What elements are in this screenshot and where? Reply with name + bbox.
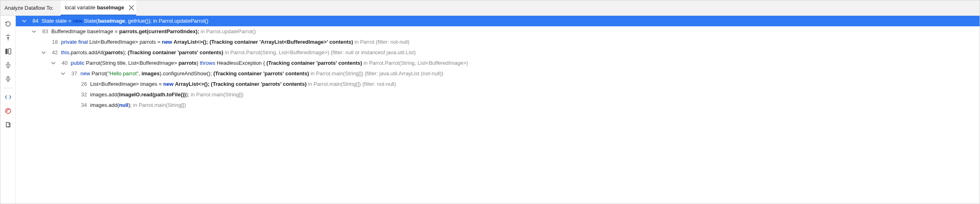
code-text: List<BufferedImage> images = new ArrayLi… <box>90 79 396 89</box>
export-icon[interactable] <box>2 119 14 130</box>
tab-prefix: local variable <box>65 4 97 11</box>
rerun-icon[interactable] <box>2 18 14 30</box>
svg-rect-0 <box>5 49 8 54</box>
line-number: 37 <box>67 68 77 79</box>
tab-variable-name: baseImage <box>97 4 124 11</box>
line-number: 32 <box>76 89 87 100</box>
line-number: 40 <box>57 58 68 68</box>
stop-icon[interactable] <box>2 105 14 117</box>
dataflow-tree[interactable]: 84State state = new State(baseImage, get… <box>16 16 980 204</box>
code-text: private final List<BufferedImage> parrot… <box>61 37 410 47</box>
chevron-down-icon[interactable] <box>60 71 66 76</box>
code-text: public Parrot(String title, List<Buffere… <box>71 58 468 68</box>
tree-row[interactable]: 42this.parrots.addAll(parrots); (Trackin… <box>16 47 980 58</box>
code-text: images.add(null); in Parrot.main(String[… <box>90 100 186 110</box>
caret-spacer <box>70 92 76 98</box>
line-number: 34 <box>76 100 87 110</box>
layout-icon[interactable] <box>2 46 14 57</box>
tree-row[interactable]: 34images.add(null); in Parrot.main(Strin… <box>16 100 980 110</box>
line-number: 42 <box>47 47 58 58</box>
group-by-leaf-icon[interactable] <box>2 32 14 43</box>
collapse-all-icon[interactable] <box>2 73 14 85</box>
tree-row[interactable]: 26List<BufferedImage> images = new Array… <box>16 79 980 89</box>
expand-all-icon[interactable] <box>2 60 14 71</box>
code-text: State state = new State(baseImage, getHu… <box>42 16 208 26</box>
svg-point-2 <box>5 108 10 113</box>
tree-row[interactable]: 37new Parrot("Hello parrot", images).con… <box>16 68 980 79</box>
line-number: 83 <box>38 26 48 37</box>
line-number: 18 <box>47 37 58 47</box>
tree-row[interactable]: 40public Parrot(String title, List<Buffe… <box>16 58 980 68</box>
line-number: 26 <box>76 79 87 89</box>
caret-spacer <box>70 81 76 87</box>
dataflow-tab[interactable]: local variable baseImage <box>61 0 136 16</box>
panel-title: Analyze Dataflow To: <box>4 5 53 11</box>
tree-row[interactable]: 83BufferedImage baseImage = parrots.get(… <box>16 26 980 37</box>
tree-row[interactable]: 18private final List<BufferedImage> parr… <box>16 37 980 47</box>
svg-rect-1 <box>8 49 11 54</box>
side-toolbar <box>0 16 16 204</box>
chevron-down-icon[interactable] <box>21 18 27 24</box>
chevron-down-icon[interactable] <box>41 50 46 55</box>
chevron-down-icon[interactable] <box>51 60 56 66</box>
caret-spacer <box>41 39 46 45</box>
toolbar-separator <box>4 88 13 88</box>
panel-header: Analyze Dataflow To: local variable base… <box>0 0 980 16</box>
close-icon[interactable] <box>128 4 135 11</box>
code-text: images.add(ImageIO.read(path.toFile()));… <box>90 89 243 100</box>
tree-row[interactable]: 32images.add(ImageIO.read(path.toFile())… <box>16 89 980 100</box>
code-text: BufferedImage baseImage = parrots.get(cu… <box>51 26 256 37</box>
code-text: new Parrot("Hello parrot", images).confi… <box>80 68 444 79</box>
tree-row[interactable]: 84State state = new State(baseImage, get… <box>16 16 980 26</box>
code-icon[interactable] <box>2 91 14 103</box>
chevron-down-icon[interactable] <box>31 29 37 34</box>
line-number: 84 <box>28 16 38 26</box>
caret-spacer <box>70 102 76 108</box>
code-text: this.parrots.addAll(parrots); (Tracking … <box>61 47 416 58</box>
